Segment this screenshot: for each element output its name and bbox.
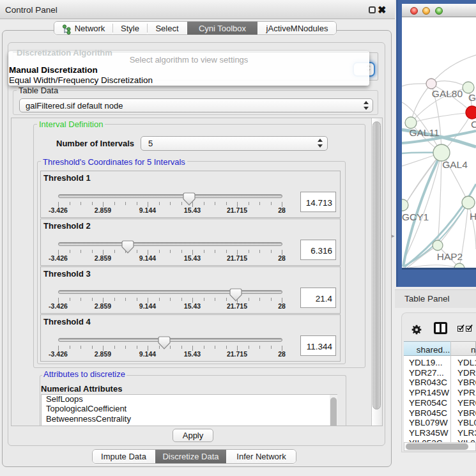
svg-text:GAL11: GAL11 xyxy=(409,127,439,138)
svg-text:GAL4: GAL4 xyxy=(442,159,468,170)
svg-text:H: H xyxy=(470,211,476,222)
svg-text:GAL80: GAL80 xyxy=(432,88,463,99)
svg-text:GCY1: GCY1 xyxy=(402,211,429,222)
svg-text:HAP2: HAP2 xyxy=(437,251,463,262)
svg-text:C: C xyxy=(471,119,476,130)
svg-text:GA: GA xyxy=(468,92,476,103)
